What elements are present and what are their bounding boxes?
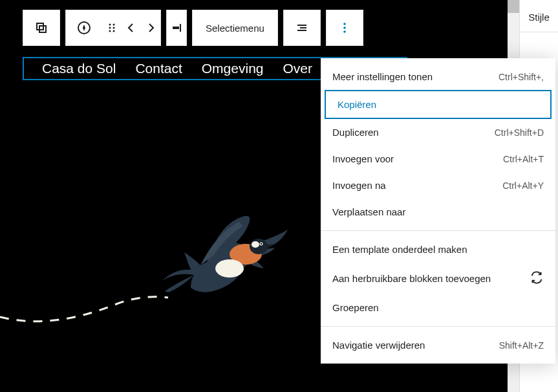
svg-point-5: [109, 27, 111, 29]
more-vertical-icon: [337, 20, 352, 36]
toolbar-group-align: [166, 10, 187, 46]
menu-label: Invoegen voor: [332, 153, 394, 164]
compass-icon: [76, 20, 92, 36]
toolbar-group-nav: [65, 10, 161, 46]
svg-point-16: [343, 30, 346, 33]
editor-canvas: Selectiemenu Casa do Sol Contact Omgevin…: [0, 0, 558, 392]
block-toolbar: Selectiemenu: [23, 10, 363, 46]
select-menu-button[interactable]: Selectiemenu: [193, 10, 277, 46]
menu-label: Invoegen na: [332, 180, 386, 191]
align-right-icon: [169, 20, 184, 36]
block-icon: [34, 20, 49, 36]
svg-point-19: [252, 241, 259, 248]
menu-label: Een template onderdeel maken: [332, 244, 467, 255]
menu-shortcut: Shift+Alt+Z: [499, 340, 544, 351]
svg-point-15: [343, 27, 346, 29]
move-next-button[interactable]: [141, 10, 160, 46]
toolbar-group-justify: [283, 10, 321, 46]
menu-item-move-to[interactable]: Verplaatsen naar: [321, 199, 555, 225]
sidebar-tab-styles[interactable]: Stijle: [520, 0, 558, 32]
menu-label: Kopiëren: [338, 99, 376, 110]
toolbar-group-block: [23, 10, 60, 46]
dashed-trail: [0, 294, 168, 333]
scroll-thumb[interactable]: [508, 0, 519, 13]
chevron-left-icon: [123, 20, 139, 36]
block-type-button[interactable]: [23, 10, 59, 46]
nav-item[interactable]: Omgeving: [202, 61, 264, 76]
reusable-icon: [530, 270, 544, 287]
menu-item-make-template[interactable]: Een template onderdeel maken: [321, 236, 555, 263]
dropdown-section: Een template onderdeel maken Aan herbrui…: [321, 231, 555, 327]
menu-item-add-reusable[interactable]: Aan herbruikbare blokken toevoegen: [321, 263, 555, 294]
drag-icon: [104, 20, 120, 36]
menu-shortcut: Ctrl+Shift+,: [499, 72, 544, 82]
align-button[interactable]: [167, 10, 186, 46]
svg-point-8: [113, 30, 115, 32]
select-menu-label: Selectiemenu: [206, 23, 264, 34]
menu-item-duplicate[interactable]: Dupliceren Ctrl+Shift+D: [321, 119, 555, 146]
svg-point-6: [113, 27, 115, 29]
sidebar-tab-label: Stijle: [528, 12, 550, 23]
menu-shortcut: Ctrl+Alt+Y: [502, 180, 544, 191]
menu-label: Navigatie verwijderen: [332, 340, 425, 351]
drag-handle[interactable]: [102, 10, 122, 46]
nav-item[interactable]: Over: [283, 61, 313, 76]
more-options-button[interactable]: [327, 10, 363, 46]
svg-point-21: [261, 243, 262, 245]
nav-item[interactable]: Contact: [135, 61, 182, 76]
svg-point-4: [113, 24, 115, 26]
svg-point-22: [215, 259, 244, 278]
bird-illustration: [155, 210, 297, 307]
menu-label: Groeperen: [332, 302, 379, 313]
menu-label: Dupliceren: [332, 127, 379, 138]
justify-icon: [294, 20, 310, 36]
svg-point-14: [343, 23, 346, 25]
chevron-right-icon: [143, 20, 158, 36]
menu-label: Verplaatsen naar: [332, 206, 405, 217]
menu-item-more-settings[interactable]: Meer instellingen tonen Ctrl+Shift+,: [321, 63, 555, 90]
nav-item[interactable]: Casa do Sol: [42, 61, 116, 76]
justify-button[interactable]: [284, 10, 320, 46]
menu-item-insert-before[interactable]: Invoegen voor Ctrl+Alt+T: [321, 146, 555, 172]
menu-item-insert-after[interactable]: Invoegen na Ctrl+Alt+Y: [321, 172, 555, 199]
dropdown-section: Meer instellingen tonen Ctrl+Shift+, Kop…: [321, 58, 555, 231]
toolbar-group-more: [326, 10, 363, 46]
menu-item-group[interactable]: Groeperen: [321, 294, 555, 321]
menu-shortcut: Ctrl+Alt+T: [503, 154, 544, 164]
menu-item-remove-navigation[interactable]: Navigatie verwijderen Shift+Alt+Z: [321, 332, 555, 358]
dropdown-section: Navigatie verwijderen Shift+Alt+Z: [321, 327, 555, 364]
svg-rect-9: [173, 27, 179, 29]
navigation-block-button[interactable]: [66, 10, 102, 46]
menu-item-copy[interactable]: Kopiëren: [325, 90, 552, 119]
menu-label: Meer instellingen tonen: [332, 71, 433, 82]
block-options-dropdown: Meer instellingen tonen Ctrl+Shift+, Kop…: [321, 58, 555, 364]
menu-shortcut: Ctrl+Shift+D: [495, 127, 544, 138]
svg-point-7: [109, 30, 111, 32]
toolbar-group-select: Selectiemenu: [192, 10, 278, 46]
move-prev-button[interactable]: [122, 10, 141, 46]
menu-label: Aan herbruikbare blokken toevoegen: [332, 273, 491, 284]
svg-point-3: [109, 24, 111, 26]
